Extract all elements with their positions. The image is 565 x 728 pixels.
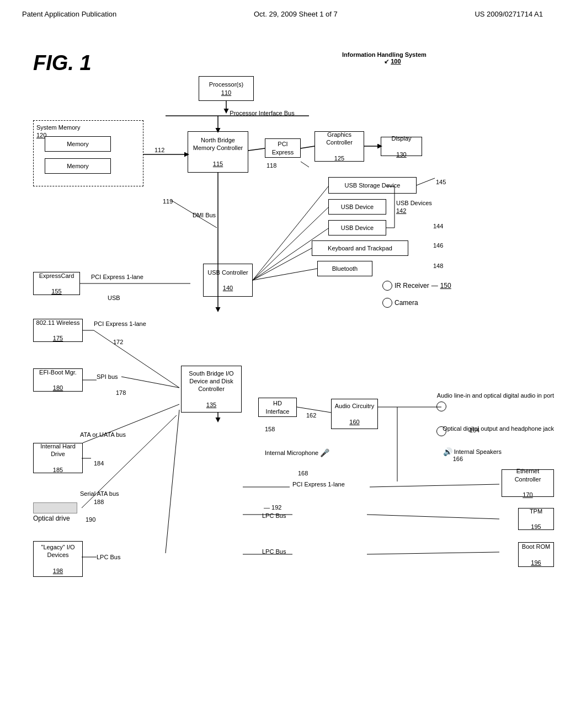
dmi-bus-label: DMI Bus xyxy=(188,211,221,219)
usb-ctrl-box: USB Controller 140 xyxy=(203,264,253,297)
south-bridge-box: South Bridge I/O Device and Disk Control… xyxy=(181,366,242,413)
usb-label: USB xyxy=(108,294,120,302)
audio-linein-label: Audio line-in and optical digital audio … xyxy=(437,392,554,399)
lpc-bus-lower-label: LPC Bus xyxy=(262,548,286,555)
num-144: 144 xyxy=(433,222,443,230)
num-119: 119 xyxy=(163,197,173,205)
num-162: 162 xyxy=(306,411,316,419)
serial-ata-label: Serial ATA bus xyxy=(80,490,119,497)
num-118: 118 xyxy=(266,162,276,169)
graphics-ctrl-box: Graphics Controller 125 xyxy=(315,131,364,162)
svg-line-13 xyxy=(253,248,312,280)
nbmc-box: North Bridge Memory Controller 115 xyxy=(188,131,248,173)
lpc-bus-legacy-label: LPC Bus xyxy=(97,553,120,561)
optical-out-label: Optical digital output and headphone jac… xyxy=(443,425,554,432)
kbd-trackpad-box: Keyboard and Trackpad xyxy=(312,240,408,256)
internal-mic-area: Internal Microphone 🎤 xyxy=(265,448,329,457)
pci-1lane-eth-label: PCI Express 1-lane xyxy=(292,480,345,488)
num-112: 112 xyxy=(154,146,164,154)
audio-in-port-circle xyxy=(436,402,446,411)
num-145: 145 xyxy=(436,178,446,186)
svg-line-24 xyxy=(121,377,179,388)
pci-1lane-w-label: PCI Express 1-lane xyxy=(94,320,146,328)
boot-rom-box: Boot ROM 196 xyxy=(518,542,554,567)
num-146: 146 xyxy=(433,242,443,249)
num-192: — 192 xyxy=(264,504,281,511)
system-memory-box: System Memory 120 Memory Memory xyxy=(33,120,143,186)
pib-label: Processor Interface Bus xyxy=(218,109,306,117)
num-158: 158 xyxy=(265,425,275,433)
fig-label: FIG. 1 xyxy=(33,51,92,75)
lpc-bus-192-label: LPC Bus xyxy=(262,512,286,520)
hd-interface-box: HD Interface xyxy=(258,398,297,417)
svg-line-14 xyxy=(253,269,317,280)
svg-line-31 xyxy=(166,410,179,553)
optical-drive-area: Optical drive xyxy=(33,502,77,522)
num-168: 168 xyxy=(298,469,308,477)
svg-line-18 xyxy=(417,178,435,185)
diagram-area: FIG. 1 Information Handling System ↙ 100… xyxy=(0,24,565,719)
memory1-box: Memory xyxy=(45,136,111,152)
usb-device2-box: USB Device xyxy=(328,220,386,235)
spi-bus-label: SPI bus xyxy=(97,373,118,381)
internal-hd-box: Internal Hard Drive 185 xyxy=(33,443,83,473)
pci-1lane-ec-label: PCI Express 1-lane xyxy=(91,273,143,281)
num-166: 166 xyxy=(453,455,463,463)
ata-bus-label: ATA or UATA bus xyxy=(80,431,126,438)
wireless-box: 802.11 Wireless 175 xyxy=(33,319,83,342)
num-172: 172 xyxy=(113,338,123,346)
ihs-label: Information Handling System ↙ 100 xyxy=(342,51,427,65)
memory2-box: Memory xyxy=(45,158,111,174)
page-header: Patent Application Publication Oct. 29, … xyxy=(0,0,565,24)
num-188: 188 xyxy=(94,498,104,506)
efi-boot-box: EFI-Boot Mgr. 180 xyxy=(33,368,83,392)
svg-line-5 xyxy=(301,146,315,148)
ir-receiver-area: IR Receiver — 150 xyxy=(382,281,451,291)
num-148: 148 xyxy=(433,262,443,270)
internal-speakers-area: 🔊 Internal Speakers xyxy=(443,447,502,456)
eth-ctrl-box: Ethernet Controller 170 xyxy=(502,469,554,497)
legacy-io-box: "Legacy" I/O Devices 198 xyxy=(33,541,83,577)
usb-device1-box: USB Device xyxy=(328,199,386,215)
num-178: 178 xyxy=(116,389,126,397)
pci-express-box: PCI Express xyxy=(265,138,301,158)
usb-storage-box: USB Storage Device xyxy=(328,177,417,194)
num-190: 190 xyxy=(86,516,95,523)
svg-line-4 xyxy=(248,148,265,151)
tpm-box: TPM 195 xyxy=(518,508,554,530)
header-right: US 2009/0271714 A1 xyxy=(475,10,543,18)
display-box: Display 130 xyxy=(381,137,422,156)
bluetooth-box: Bluetooth xyxy=(317,261,372,276)
svg-line-7 xyxy=(301,162,309,167)
header-center: Oct. 29, 2009 Sheet 1 of 7 xyxy=(254,10,338,18)
header-left: Patent Application Publication xyxy=(22,10,116,18)
num-184: 184 xyxy=(94,459,104,467)
usb-devices-label: USB Devices 142 xyxy=(396,199,432,215)
audio-circ-box: Audio Circuitry 160 xyxy=(331,399,378,429)
expresscard-box: ExpressCard 155 xyxy=(33,272,80,295)
camera-area: Camera xyxy=(382,298,418,308)
svg-line-35 xyxy=(370,484,499,487)
svg-line-37 xyxy=(367,515,499,519)
processor-box: Processor(s) 110 xyxy=(199,76,254,101)
svg-line-39 xyxy=(367,552,499,554)
